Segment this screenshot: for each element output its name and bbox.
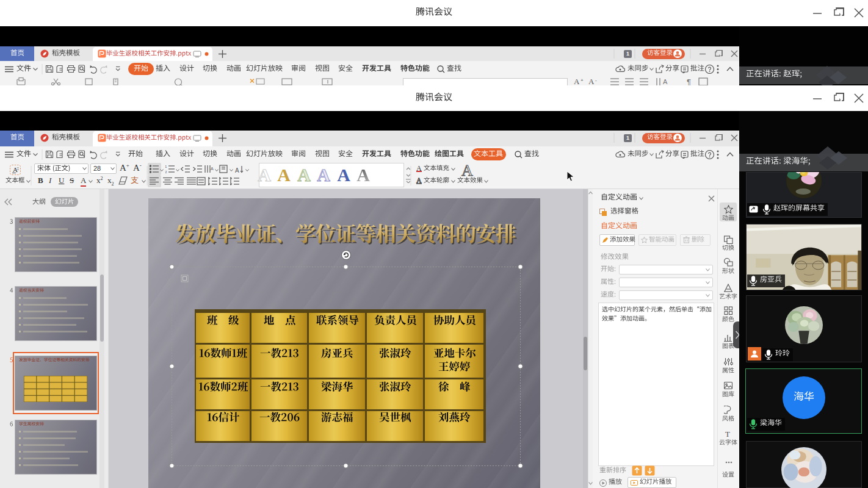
svg-text:A: A: [663, 78, 668, 85]
svg-text:A: A: [211, 167, 214, 171]
svg-text:¶: ¶: [687, 77, 691, 85]
svg-text:A: A: [588, 77, 595, 85]
svg-text:支: 支: [131, 176, 139, 185]
svg-text:1: 1: [165, 165, 167, 168]
svg-text:A: A: [574, 77, 580, 85]
svg-text:+: +: [580, 77, 584, 83]
svg-text:A: A: [235, 167, 239, 174]
svg-text:2: 2: [165, 170, 167, 174]
svg-text:T: T: [725, 429, 730, 439]
svg-text:-: -: [595, 77, 597, 83]
